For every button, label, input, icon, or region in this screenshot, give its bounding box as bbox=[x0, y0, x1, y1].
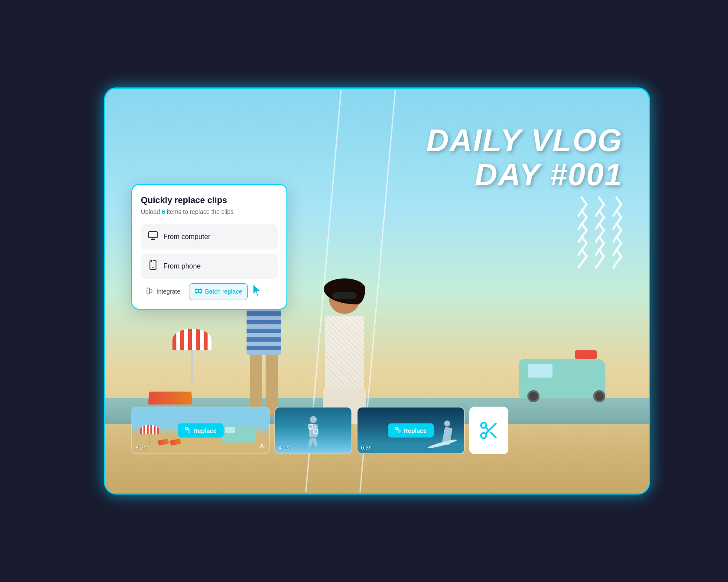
male-leg-l bbox=[250, 355, 262, 415]
vlog-title-area: DAILY VLOG DAY #001 bbox=[426, 123, 623, 192]
jump-head bbox=[310, 416, 317, 423]
scissors-icon bbox=[478, 420, 499, 441]
from-computer-button[interactable]: From computer bbox=[141, 224, 278, 249]
svg-text:↑: ↑ bbox=[153, 260, 155, 261]
clip-umbrella bbox=[140, 425, 159, 445]
monitor-icon bbox=[148, 230, 158, 243]
surfer-head bbox=[444, 420, 450, 427]
clip-1-replace-button[interactable]: Replace bbox=[178, 424, 224, 438]
clip-2: 4.1s bbox=[274, 407, 352, 454]
from-phone-button[interactable]: ↑ From phone bbox=[141, 254, 278, 279]
svg-rect-11 bbox=[188, 430, 190, 432]
clip-3: Replace 6.3s bbox=[357, 407, 465, 454]
phone-icon: ↑ bbox=[148, 260, 158, 273]
replace-icon-3 bbox=[395, 427, 401, 434]
clip-1-eye-icon[interactable]: 👁 bbox=[259, 443, 266, 451]
chair-body bbox=[148, 392, 193, 405]
popup-title: Quickly replace clips bbox=[141, 195, 278, 205]
main-container: DAILY VLOG DAY #001 bbox=[61, 53, 667, 529]
svg-rect-9 bbox=[198, 289, 202, 293]
clip-umbrella-pole bbox=[149, 434, 150, 445]
female-head-area bbox=[329, 283, 360, 314]
clip-chair-1 bbox=[158, 439, 169, 446]
clip-1-replace-label: Replace bbox=[193, 427, 217, 434]
clip-1-duration: 8.2s bbox=[136, 444, 146, 451]
svg-line-19 bbox=[491, 433, 496, 437]
lace-pattern bbox=[325, 316, 364, 389]
from-computer-label: From computer bbox=[163, 233, 210, 241]
batch-replace-icon bbox=[195, 287, 202, 296]
replace-icon-1 bbox=[185, 427, 191, 434]
clip-3-replace-button[interactable]: Replace bbox=[388, 424, 434, 438]
van-wheel-left bbox=[527, 390, 540, 402]
scissors-clip[interactable] bbox=[469, 407, 508, 454]
svg-line-20 bbox=[485, 427, 489, 430]
cursor-area bbox=[251, 283, 263, 300]
clip-1: Replace 8.2s 👁 bbox=[131, 407, 270, 454]
popup-subtitle: Upload 6 items to replace the clips bbox=[141, 208, 278, 217]
clip-3-replace-label: Replace bbox=[403, 427, 427, 434]
jump-legs bbox=[309, 438, 318, 446]
vlog-line1: DAILY VLOG bbox=[426, 123, 623, 158]
integrate-button[interactable]: Integrate bbox=[141, 284, 185, 300]
clip-2-replace-icon bbox=[307, 423, 319, 438]
van-wheel-right bbox=[593, 390, 605, 402]
svg-rect-10 bbox=[185, 427, 188, 430]
umbrella-pole bbox=[191, 350, 193, 381]
svg-rect-15 bbox=[398, 430, 400, 432]
female-sunglasses bbox=[332, 292, 357, 299]
svg-rect-14 bbox=[396, 427, 398, 430]
chevron-row-2 bbox=[590, 201, 605, 264]
clip-chairs bbox=[158, 440, 181, 445]
van-roof-item bbox=[575, 350, 597, 359]
svg-rect-0 bbox=[149, 232, 157, 238]
svg-rect-8 bbox=[195, 289, 199, 293]
subtitle-suffix: items to replace the clips bbox=[165, 208, 234, 215]
clip-2-duration: 4.1s bbox=[279, 444, 289, 451]
timeline: Replace 8.2s 👁 bbox=[131, 407, 649, 454]
male-legs bbox=[250, 355, 278, 415]
cursor-icon bbox=[251, 283, 263, 298]
clip-chair-2 bbox=[170, 439, 181, 446]
clip-umbrella-top bbox=[140, 425, 159, 434]
from-phone-label: From phone bbox=[163, 262, 201, 270]
van-window bbox=[527, 363, 553, 378]
clip-van-window bbox=[225, 427, 235, 433]
svg-rect-12 bbox=[309, 424, 313, 428]
chevrons-area bbox=[572, 201, 623, 264]
person-female bbox=[323, 283, 366, 424]
van bbox=[519, 350, 614, 407]
svg-rect-7 bbox=[147, 288, 150, 294]
beach-umbrella bbox=[172, 329, 211, 381]
batch-replace-label: Batch replace bbox=[205, 288, 242, 295]
integrate-label: Integrate bbox=[156, 288, 180, 295]
jump-leg-r bbox=[312, 437, 318, 446]
chevron-row bbox=[572, 201, 588, 264]
svg-rect-13 bbox=[314, 430, 318, 433]
clip-van bbox=[221, 425, 256, 443]
umbrella-top bbox=[172, 329, 211, 350]
chevron-row-3 bbox=[607, 201, 623, 264]
integrate-icon bbox=[146, 287, 154, 296]
vlog-line2: DAY #001 bbox=[426, 158, 623, 192]
subtitle-count: 6 bbox=[162, 208, 165, 215]
clip-3-duration: 6.3s bbox=[361, 444, 372, 451]
female-top bbox=[325, 316, 364, 389]
male-leg-r bbox=[266, 355, 278, 415]
batch-replace-button[interactable]: Batch replace bbox=[189, 283, 248, 300]
replace-clips-popup: Quickly replace clips Upload 6 items to … bbox=[131, 184, 287, 310]
bottom-row: Integrate Batch replace bbox=[141, 283, 278, 300]
video-frame: DAILY VLOG DAY #001 bbox=[104, 87, 650, 495]
subtitle-prefix: Upload bbox=[141, 208, 162, 215]
